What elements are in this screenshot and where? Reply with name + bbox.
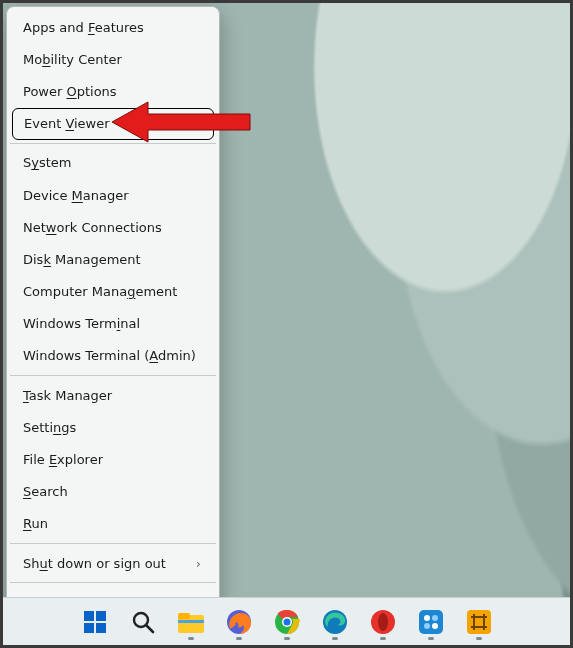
menu-separator xyxy=(10,375,216,376)
menu-separator xyxy=(10,143,216,144)
svg-point-20 xyxy=(424,623,430,629)
app-gold-icon xyxy=(466,609,492,635)
menu-item-label: Windows Terminal xyxy=(23,316,140,331)
app-generic-icon xyxy=(418,609,444,635)
opera-icon xyxy=(370,609,396,635)
chrome-icon xyxy=(274,609,300,635)
menu-item-search[interactable]: Search xyxy=(9,476,217,508)
svg-line-6 xyxy=(146,625,153,632)
taskbar-app-generic-7[interactable] xyxy=(411,602,451,642)
menu-item-settings[interactable]: Settings xyxy=(9,411,217,443)
menu-item-label: Network Connections xyxy=(23,220,162,235)
menu-item-task-manager[interactable]: Task Manager xyxy=(9,379,217,411)
menu-item-network-connections[interactable]: Network Connections xyxy=(9,211,217,243)
taskbar-app-gold-8[interactable] xyxy=(459,602,499,642)
menu-item-label: Computer Management xyxy=(23,284,177,299)
menu-item-apps-and-features[interactable]: Apps and Features xyxy=(9,11,217,43)
menu-item-device-manager[interactable]: Device Manager xyxy=(9,179,217,211)
menu-item-disk-management[interactable]: Disk Management xyxy=(9,243,217,275)
menu-item-mobility-center[interactable]: Mobility Center xyxy=(9,43,217,75)
menu-item-label: Windows Terminal (Admin) xyxy=(23,348,196,363)
start-icon xyxy=(82,609,108,635)
svg-rect-2 xyxy=(96,611,106,621)
menu-item-label: Shut down or sign out xyxy=(23,556,166,571)
taskbar-start[interactable] xyxy=(75,602,115,642)
svg-point-18 xyxy=(424,615,430,621)
menu-separator xyxy=(10,543,216,544)
svg-rect-22 xyxy=(467,610,491,634)
chevron-right-icon: › xyxy=(196,556,201,571)
menu-item-label: Event Viewer xyxy=(24,116,110,131)
menu-item-label: Apps and Features xyxy=(23,20,144,35)
menu-item-label: Settings xyxy=(23,420,76,435)
menu-item-windows-terminal[interactable]: Windows Terminal xyxy=(9,308,217,340)
menu-separator xyxy=(10,582,216,583)
menu-item-label: System xyxy=(23,155,72,170)
menu-item-label: Task Manager xyxy=(23,388,112,403)
taskbar-file-explorer[interactable] xyxy=(171,602,211,642)
svg-point-13 xyxy=(283,618,290,625)
svg-point-16 xyxy=(378,613,388,631)
menu-item-run[interactable]: Run xyxy=(9,508,217,540)
taskbar-chrome[interactable] xyxy=(267,602,307,642)
menu-item-system[interactable]: System xyxy=(9,147,217,179)
taskbar-opera[interactable] xyxy=(363,602,403,642)
winx-context-menu: Apps and FeaturesMobility CenterPower Op… xyxy=(6,6,220,621)
svg-point-19 xyxy=(432,615,438,621)
menu-item-label: Power Options xyxy=(23,84,117,99)
edge-icon xyxy=(322,609,348,635)
svg-rect-1 xyxy=(84,611,94,621)
menu-item-label: Run xyxy=(23,516,48,531)
menu-item-windows-terminal-admin[interactable]: Windows Terminal (Admin) xyxy=(9,340,217,372)
firefox-icon xyxy=(226,609,252,635)
menu-item-label: Device Manager xyxy=(23,188,129,203)
file-explorer-icon xyxy=(177,610,205,634)
menu-item-event-viewer[interactable]: Event Viewer xyxy=(12,108,214,140)
svg-rect-8 xyxy=(178,613,190,619)
menu-item-label: File Explorer xyxy=(23,452,103,467)
menu-item-shut-down-or-sign-out[interactable]: Shut down or sign out› xyxy=(9,547,217,579)
svg-rect-17 xyxy=(419,610,443,634)
svg-rect-3 xyxy=(84,623,94,633)
svg-rect-4 xyxy=(96,623,106,633)
taskbar xyxy=(3,597,570,645)
svg-rect-9 xyxy=(178,620,204,623)
menu-item-label: Mobility Center xyxy=(23,52,122,67)
search-icon xyxy=(130,609,156,635)
taskbar-firefox[interactable] xyxy=(219,602,259,642)
menu-item-label: Search xyxy=(23,484,68,499)
menu-item-label: Disk Management xyxy=(23,252,141,267)
taskbar-edge[interactable] xyxy=(315,602,355,642)
taskbar-search[interactable] xyxy=(123,602,163,642)
menu-item-power-options[interactable]: Power Options xyxy=(9,75,217,107)
menu-item-computer-management[interactable]: Computer Management xyxy=(9,276,217,308)
menu-item-file-explorer[interactable]: File Explorer xyxy=(9,443,217,475)
svg-point-21 xyxy=(432,623,438,629)
